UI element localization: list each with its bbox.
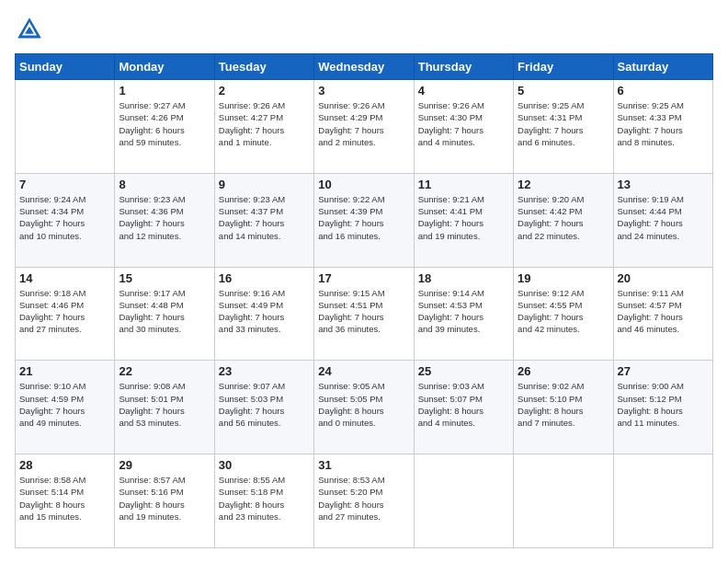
day-header: Sunday <box>16 54 115 80</box>
day-cell <box>514 454 613 548</box>
day-info: Sunrise: 9:16 AM Sunset: 4:49 PM Dayligh… <box>219 287 310 336</box>
day-number: 21 <box>19 364 110 378</box>
day-cell: 8Sunrise: 9:23 AM Sunset: 4:36 PM Daylig… <box>115 173 214 267</box>
day-header: Saturday <box>613 54 712 80</box>
day-cell: 10Sunrise: 9:22 AM Sunset: 4:39 PM Dayli… <box>314 173 414 267</box>
day-number: 23 <box>219 364 310 378</box>
week-row: 1Sunrise: 9:27 AM Sunset: 4:26 PM Daylig… <box>16 80 713 174</box>
day-info: Sunrise: 9:08 AM Sunset: 5:01 PM Dayligh… <box>119 380 210 429</box>
day-cell: 21Sunrise: 9:10 AM Sunset: 4:59 PM Dayli… <box>16 361 115 454</box>
day-number: 5 <box>518 84 609 98</box>
day-cell: 19Sunrise: 9:12 AM Sunset: 4:55 PM Dayli… <box>514 267 613 361</box>
day-info: Sunrise: 9:12 AM Sunset: 4:55 PM Dayligh… <box>518 287 609 336</box>
day-cell: 27Sunrise: 9:00 AM Sunset: 5:12 PM Dayli… <box>613 361 712 454</box>
day-number: 18 <box>418 271 509 285</box>
day-number: 1 <box>119 84 210 98</box>
day-info: Sunrise: 9:23 AM Sunset: 4:37 PM Dayligh… <box>219 193 310 242</box>
day-info: Sunrise: 9:03 AM Sunset: 5:07 PM Dayligh… <box>418 380 509 429</box>
day-number: 30 <box>219 458 310 472</box>
day-number: 2 <box>219 84 310 98</box>
day-info: Sunrise: 9:07 AM Sunset: 5:03 PM Dayligh… <box>219 380 310 429</box>
day-info: Sunrise: 9:21 AM Sunset: 4:41 PM Dayligh… <box>418 193 509 242</box>
calendar-header-row: SundayMondayTuesdayWednesdayThursdayFrid… <box>16 54 713 80</box>
day-cell: 17Sunrise: 9:15 AM Sunset: 4:51 PM Dayli… <box>314 267 414 361</box>
day-info: Sunrise: 8:55 AM Sunset: 5:18 PM Dayligh… <box>219 474 310 523</box>
day-number: 15 <box>119 271 210 285</box>
day-cell: 2Sunrise: 9:26 AM Sunset: 4:27 PM Daylig… <box>214 80 313 174</box>
day-cell: 24Sunrise: 9:05 AM Sunset: 5:05 PM Dayli… <box>314 361 414 454</box>
day-info: Sunrise: 9:26 AM Sunset: 4:27 PM Dayligh… <box>219 99 310 148</box>
week-row: 28Sunrise: 8:58 AM Sunset: 5:14 PM Dayli… <box>16 454 713 548</box>
header <box>15 15 713 44</box>
day-number: 14 <box>19 271 110 285</box>
day-number: 16 <box>219 271 310 285</box>
day-cell: 28Sunrise: 8:58 AM Sunset: 5:14 PM Dayli… <box>16 454 115 548</box>
day-info: Sunrise: 9:00 AM Sunset: 5:12 PM Dayligh… <box>618 380 709 429</box>
day-number: 26 <box>518 364 609 378</box>
day-number: 20 <box>618 271 709 285</box>
day-number: 10 <box>318 178 409 191</box>
day-cell: 9Sunrise: 9:23 AM Sunset: 4:37 PM Daylig… <box>214 173 313 267</box>
day-info: Sunrise: 9:05 AM Sunset: 5:05 PM Dayligh… <box>318 380 409 429</box>
day-number: 3 <box>318 84 409 98</box>
day-header: Wednesday <box>314 54 414 80</box>
day-header: Tuesday <box>214 54 313 80</box>
page: SundayMondayTuesdayWednesdayThursdayFrid… <box>0 0 728 563</box>
day-number: 7 <box>19 178 110 191</box>
day-number: 27 <box>618 364 709 378</box>
day-cell: 29Sunrise: 8:57 AM Sunset: 5:16 PM Dayli… <box>115 454 214 548</box>
day-number: 13 <box>618 178 709 191</box>
day-cell <box>414 454 513 548</box>
day-cell: 15Sunrise: 9:17 AM Sunset: 4:48 PM Dayli… <box>115 267 214 361</box>
day-cell: 16Sunrise: 9:16 AM Sunset: 4:49 PM Dayli… <box>214 267 313 361</box>
day-cell: 25Sunrise: 9:03 AM Sunset: 5:07 PM Dayli… <box>414 361 513 454</box>
day-cell: 7Sunrise: 9:24 AM Sunset: 4:34 PM Daylig… <box>16 173 115 267</box>
day-info: Sunrise: 9:27 AM Sunset: 4:26 PM Dayligh… <box>119 99 210 148</box>
day-cell: 14Sunrise: 9:18 AM Sunset: 4:46 PM Dayli… <box>16 267 115 361</box>
day-cell: 5Sunrise: 9:25 AM Sunset: 4:31 PM Daylig… <box>514 80 613 174</box>
day-info: Sunrise: 8:58 AM Sunset: 5:14 PM Dayligh… <box>19 474 110 523</box>
day-cell: 20Sunrise: 9:11 AM Sunset: 4:57 PM Dayli… <box>613 267 712 361</box>
day-info: Sunrise: 9:14 AM Sunset: 4:53 PM Dayligh… <box>418 287 509 336</box>
day-cell: 18Sunrise: 9:14 AM Sunset: 4:53 PM Dayli… <box>414 267 513 361</box>
day-info: Sunrise: 9:11 AM Sunset: 4:57 PM Dayligh… <box>618 287 709 336</box>
day-number: 9 <box>219 178 310 191</box>
day-info: Sunrise: 8:57 AM Sunset: 5:16 PM Dayligh… <box>119 474 210 523</box>
week-row: 21Sunrise: 9:10 AM Sunset: 4:59 PM Dayli… <box>16 361 713 454</box>
day-number: 25 <box>418 364 509 378</box>
day-number: 4 <box>418 84 509 98</box>
day-number: 19 <box>518 271 609 285</box>
day-cell: 3Sunrise: 9:26 AM Sunset: 4:29 PM Daylig… <box>314 80 414 174</box>
day-cell: 12Sunrise: 9:20 AM Sunset: 4:42 PM Dayli… <box>514 173 613 267</box>
day-cell: 6Sunrise: 9:25 AM Sunset: 4:33 PM Daylig… <box>613 80 712 174</box>
day-cell: 22Sunrise: 9:08 AM Sunset: 5:01 PM Dayli… <box>115 361 214 454</box>
day-info: Sunrise: 9:23 AM Sunset: 4:36 PM Dayligh… <box>119 193 210 242</box>
logo-icon <box>15 15 44 44</box>
day-info: Sunrise: 9:10 AM Sunset: 4:59 PM Dayligh… <box>19 380 110 429</box>
day-header: Thursday <box>414 54 513 80</box>
day-info: Sunrise: 9:15 AM Sunset: 4:51 PM Dayligh… <box>318 287 409 336</box>
day-info: Sunrise: 9:18 AM Sunset: 4:46 PM Dayligh… <box>19 287 110 336</box>
day-info: Sunrise: 9:25 AM Sunset: 4:31 PM Dayligh… <box>518 99 609 148</box>
week-row: 7Sunrise: 9:24 AM Sunset: 4:34 PM Daylig… <box>16 173 713 267</box>
day-cell: 26Sunrise: 9:02 AM Sunset: 5:10 PM Dayli… <box>514 361 613 454</box>
day-info: Sunrise: 9:02 AM Sunset: 5:10 PM Dayligh… <box>518 380 609 429</box>
day-info: Sunrise: 9:22 AM Sunset: 4:39 PM Dayligh… <box>318 193 409 242</box>
day-cell: 31Sunrise: 8:53 AM Sunset: 5:20 PM Dayli… <box>314 454 414 548</box>
day-header: Friday <box>514 54 613 80</box>
day-info: Sunrise: 9:19 AM Sunset: 4:44 PM Dayligh… <box>618 193 709 242</box>
day-cell: 11Sunrise: 9:21 AM Sunset: 4:41 PM Dayli… <box>414 173 513 267</box>
day-number: 28 <box>19 458 110 472</box>
logo <box>15 15 48 44</box>
day-header: Monday <box>115 54 214 80</box>
day-number: 22 <box>119 364 210 378</box>
calendar-table: SundayMondayTuesdayWednesdayThursdayFrid… <box>15 53 713 548</box>
day-cell <box>16 80 115 174</box>
day-number: 29 <box>119 458 210 472</box>
day-info: Sunrise: 9:26 AM Sunset: 4:29 PM Dayligh… <box>318 99 409 148</box>
day-cell: 23Sunrise: 9:07 AM Sunset: 5:03 PM Dayli… <box>214 361 313 454</box>
day-number: 6 <box>618 84 709 98</box>
day-cell: 30Sunrise: 8:55 AM Sunset: 5:18 PM Dayli… <box>214 454 313 548</box>
day-info: Sunrise: 9:20 AM Sunset: 4:42 PM Dayligh… <box>518 193 609 242</box>
day-number: 12 <box>518 178 609 191</box>
